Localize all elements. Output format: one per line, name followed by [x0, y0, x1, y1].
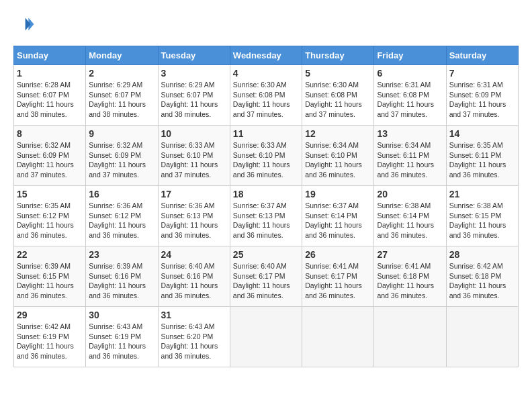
calendar-header-row: SundayMondayTuesdayWednesdayThursdayFrid… [14, 46, 519, 65]
calendar-table: SundayMondayTuesdayWednesdayThursdayFrid… [13, 46, 519, 367]
logo [13, 13, 38, 35]
calendar-day-29: 29Sunrise: 6:42 AM Sunset: 6:19 PM Dayli… [14, 307, 86, 367]
calendar-day-3: 3Sunrise: 6:29 AM Sunset: 6:07 PM Daylig… [158, 65, 230, 126]
calendar-day-18: 18Sunrise: 6:37 AM Sunset: 6:13 PM Dayli… [230, 186, 302, 246]
calendar-day-16: 16Sunrise: 6:36 AM Sunset: 6:12 PM Dayli… [86, 186, 158, 246]
calendar-day-14: 14Sunrise: 6:35 AM Sunset: 6:11 PM Dayli… [446, 126, 518, 186]
calendar-day-19: 19Sunrise: 6:37 AM Sunset: 6:14 PM Dayli… [302, 186, 374, 246]
calendar-day-empty [446, 307, 518, 367]
calendar-day-9: 9Sunrise: 6:32 AM Sunset: 6:09 PM Daylig… [86, 126, 158, 186]
calendar-week-5: 29Sunrise: 6:42 AM Sunset: 6:19 PM Dayli… [14, 307, 519, 367]
calendar-week-2: 8Sunrise: 6:32 AM Sunset: 6:09 PM Daylig… [14, 126, 519, 186]
calendar-day-24: 24Sunrise: 6:40 AM Sunset: 6:16 PM Dayli… [158, 246, 230, 307]
calendar-day-21: 21Sunrise: 6:38 AM Sunset: 6:15 PM Dayli… [446, 186, 518, 246]
calendar-day-26: 26Sunrise: 6:41 AM Sunset: 6:17 PM Dayli… [302, 246, 374, 307]
calendar-day-7: 7Sunrise: 6:31 AM Sunset: 6:09 PM Daylig… [446, 65, 518, 126]
day-header-saturday: Saturday [446, 46, 518, 65]
day-header-wednesday: Wednesday [230, 46, 302, 65]
page-header [13, 13, 519, 35]
calendar-day-27: 27Sunrise: 6:41 AM Sunset: 6:18 PM Dayli… [374, 246, 446, 307]
calendar-day-empty [302, 307, 374, 367]
calendar-day-28: 28Sunrise: 6:42 AM Sunset: 6:18 PM Dayli… [446, 246, 518, 307]
calendar-day-17: 17Sunrise: 6:36 AM Sunset: 6:13 PM Dayli… [158, 186, 230, 246]
calendar-day-10: 10Sunrise: 6:33 AM Sunset: 6:10 PM Dayli… [158, 126, 230, 186]
logo-icon [13, 13, 35, 35]
day-header-sunday: Sunday [14, 46, 86, 65]
calendar-day-20: 20Sunrise: 6:38 AM Sunset: 6:14 PM Dayli… [374, 186, 446, 246]
day-header-monday: Monday [86, 46, 158, 65]
calendar-day-6: 6Sunrise: 6:31 AM Sunset: 6:08 PM Daylig… [374, 65, 446, 126]
calendar-day-2: 2Sunrise: 6:29 AM Sunset: 6:07 PM Daylig… [86, 65, 158, 126]
day-header-thursday: Thursday [302, 46, 374, 65]
calendar-week-3: 15Sunrise: 6:35 AM Sunset: 6:12 PM Dayli… [14, 186, 519, 246]
calendar-day-22: 22Sunrise: 6:39 AM Sunset: 6:15 PM Dayli… [14, 246, 86, 307]
calendar-day-11: 11Sunrise: 6:33 AM Sunset: 6:10 PM Dayli… [230, 126, 302, 186]
calendar-day-23: 23Sunrise: 6:39 AM Sunset: 6:16 PM Dayli… [86, 246, 158, 307]
calendar-week-4: 22Sunrise: 6:39 AM Sunset: 6:15 PM Dayli… [14, 246, 519, 307]
calendar-day-1: 1Sunrise: 6:28 AM Sunset: 6:07 PM Daylig… [14, 65, 86, 126]
day-header-friday: Friday [374, 46, 446, 65]
calendar-day-8: 8Sunrise: 6:32 AM Sunset: 6:09 PM Daylig… [14, 126, 86, 186]
calendar-day-25: 25Sunrise: 6:40 AM Sunset: 6:17 PM Dayli… [230, 246, 302, 307]
calendar-week-1: 1Sunrise: 6:28 AM Sunset: 6:07 PM Daylig… [14, 65, 519, 126]
calendar-day-5: 5Sunrise: 6:30 AM Sunset: 6:08 PM Daylig… [302, 65, 374, 126]
calendar-day-empty [374, 307, 446, 367]
calendar-day-31: 31Sunrise: 6:43 AM Sunset: 6:20 PM Dayli… [158, 307, 230, 367]
day-header-tuesday: Tuesday [158, 46, 230, 65]
calendar-day-15: 15Sunrise: 6:35 AM Sunset: 6:12 PM Dayli… [14, 186, 86, 246]
calendar-day-12: 12Sunrise: 6:34 AM Sunset: 6:10 PM Dayli… [302, 126, 374, 186]
calendar-day-30: 30Sunrise: 6:43 AM Sunset: 6:19 PM Dayli… [86, 307, 158, 367]
calendar-day-4: 4Sunrise: 6:30 AM Sunset: 6:08 PM Daylig… [230, 65, 302, 126]
calendar-day-13: 13Sunrise: 6:34 AM Sunset: 6:11 PM Dayli… [374, 126, 446, 186]
calendar-day-empty [230, 307, 302, 367]
